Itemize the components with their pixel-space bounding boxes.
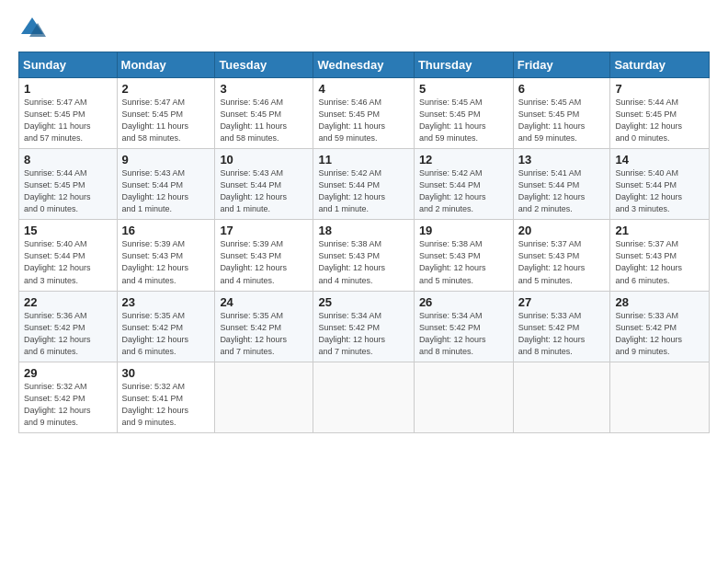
weekday-header-tuesday: Tuesday <box>215 52 313 78</box>
calendar-cell: 24Sunrise: 5:35 AM Sunset: 5:42 PM Dayli… <box>215 291 313 362</box>
day-info: Sunrise: 5:38 AM Sunset: 5:43 PM Dayligh… <box>318 238 408 286</box>
page: SundayMondayTuesdayWednesdayThursdayFrid… <box>0 0 728 563</box>
day-number: 25 <box>318 295 408 309</box>
day-info: Sunrise: 5:35 AM Sunset: 5:42 PM Dayligh… <box>220 310 308 358</box>
weekday-header-saturday: Saturday <box>610 52 710 78</box>
day-number: 30 <box>122 366 210 380</box>
day-number: 6 <box>518 82 606 96</box>
calendar-cell: 16Sunrise: 5:39 AM Sunset: 5:43 PM Dayli… <box>117 220 215 291</box>
day-info: Sunrise: 5:46 AM Sunset: 5:45 PM Dayligh… <box>318 97 408 144</box>
day-number: 11 <box>318 153 408 167</box>
day-info: Sunrise: 5:41 AM Sunset: 5:44 PM Dayligh… <box>518 167 606 215</box>
week-row-5: 29Sunrise: 5:32 AM Sunset: 5:42 PM Dayli… <box>19 362 710 432</box>
calendar-cell: 29Sunrise: 5:32 AM Sunset: 5:42 PM Dayli… <box>19 362 118 432</box>
calendar-cell: 8Sunrise: 5:44 AM Sunset: 5:45 PM Daylig… <box>19 149 118 220</box>
day-number: 14 <box>615 153 704 167</box>
calendar-cell <box>513 362 610 432</box>
day-number: 16 <box>122 224 210 237</box>
day-info: Sunrise: 5:37 AM Sunset: 5:43 PM Dayligh… <box>615 238 704 286</box>
day-number: 5 <box>419 82 508 96</box>
day-info: Sunrise: 5:34 AM Sunset: 5:42 PM Dayligh… <box>318 310 408 358</box>
day-info: Sunrise: 5:47 AM Sunset: 5:45 PM Dayligh… <box>122 97 210 144</box>
day-number: 24 <box>220 295 308 309</box>
day-number: 13 <box>518 153 606 167</box>
day-number: 8 <box>24 153 112 167</box>
weekday-header-sunday: Sunday <box>19 52 118 78</box>
header <box>18 15 710 42</box>
day-info: Sunrise: 5:39 AM Sunset: 5:43 PM Dayligh… <box>122 238 210 286</box>
day-number: 26 <box>419 295 508 309</box>
weekday-header-monday: Monday <box>117 52 215 78</box>
calendar-cell: 7Sunrise: 5:44 AM Sunset: 5:45 PM Daylig… <box>610 78 710 149</box>
day-number: 21 <box>615 224 704 237</box>
calendar-cell: 15Sunrise: 5:40 AM Sunset: 5:44 PM Dayli… <box>19 220 118 291</box>
day-info: Sunrise: 5:47 AM Sunset: 5:45 PM Dayligh… <box>24 97 112 144</box>
weekday-header-row: SundayMondayTuesdayWednesdayThursdayFrid… <box>19 52 710 78</box>
day-number: 18 <box>318 224 408 237</box>
calendar-cell: 13Sunrise: 5:41 AM Sunset: 5:44 PM Dayli… <box>513 149 610 220</box>
day-number: 12 <box>419 153 508 167</box>
calendar-cell: 20Sunrise: 5:37 AM Sunset: 5:43 PM Dayli… <box>513 220 610 291</box>
day-info: Sunrise: 5:34 AM Sunset: 5:42 PM Dayligh… <box>419 310 508 358</box>
week-row-4: 22Sunrise: 5:36 AM Sunset: 5:42 PM Dayli… <box>19 291 710 362</box>
calendar-cell: 25Sunrise: 5:34 AM Sunset: 5:42 PM Dayli… <box>313 291 414 362</box>
day-info: Sunrise: 5:37 AM Sunset: 5:43 PM Dayligh… <box>518 238 606 286</box>
day-info: Sunrise: 5:40 AM Sunset: 5:44 PM Dayligh… <box>24 238 112 286</box>
day-number: 1 <box>24 82 112 96</box>
calendar-cell <box>414 362 513 432</box>
day-number: 4 <box>318 82 408 96</box>
calendar-cell: 12Sunrise: 5:42 AM Sunset: 5:44 PM Dayli… <box>414 149 513 220</box>
day-info: Sunrise: 5:46 AM Sunset: 5:45 PM Dayligh… <box>220 97 308 144</box>
calendar-cell: 28Sunrise: 5:33 AM Sunset: 5:42 PM Dayli… <box>610 291 710 362</box>
logo <box>18 15 51 42</box>
day-number: 10 <box>220 153 308 167</box>
day-info: Sunrise: 5:33 AM Sunset: 5:42 PM Dayligh… <box>615 310 704 358</box>
calendar-cell: 10Sunrise: 5:43 AM Sunset: 5:44 PM Dayli… <box>215 149 313 220</box>
calendar-cell: 18Sunrise: 5:38 AM Sunset: 5:43 PM Dayli… <box>313 220 414 291</box>
day-number: 27 <box>518 295 606 309</box>
calendar-cell: 22Sunrise: 5:36 AM Sunset: 5:42 PM Dayli… <box>19 291 118 362</box>
day-info: Sunrise: 5:44 AM Sunset: 5:45 PM Dayligh… <box>24 167 112 215</box>
calendar-cell <box>610 362 710 432</box>
weekday-header-friday: Friday <box>513 52 610 78</box>
calendar-cell: 1Sunrise: 5:47 AM Sunset: 5:45 PM Daylig… <box>19 78 118 149</box>
calendar-cell: 21Sunrise: 5:37 AM Sunset: 5:43 PM Dayli… <box>610 220 710 291</box>
day-info: Sunrise: 5:45 AM Sunset: 5:45 PM Dayligh… <box>419 97 508 144</box>
calendar-cell: 19Sunrise: 5:38 AM Sunset: 5:43 PM Dayli… <box>414 220 513 291</box>
day-info: Sunrise: 5:39 AM Sunset: 5:43 PM Dayligh… <box>220 238 308 286</box>
calendar-cell: 26Sunrise: 5:34 AM Sunset: 5:42 PM Dayli… <box>414 291 513 362</box>
calendar-cell: 23Sunrise: 5:35 AM Sunset: 5:42 PM Dayli… <box>117 291 215 362</box>
calendar-cell <box>215 362 313 432</box>
day-number: 3 <box>220 82 308 96</box>
day-info: Sunrise: 5:43 AM Sunset: 5:44 PM Dayligh… <box>220 167 308 215</box>
calendar-cell: 3Sunrise: 5:46 AM Sunset: 5:45 PM Daylig… <box>215 78 313 149</box>
week-row-2: 8Sunrise: 5:44 AM Sunset: 5:45 PM Daylig… <box>19 149 710 220</box>
day-info: Sunrise: 5:33 AM Sunset: 5:42 PM Dayligh… <box>518 310 606 358</box>
day-number: 28 <box>615 295 704 309</box>
day-info: Sunrise: 5:32 AM Sunset: 5:42 PM Dayligh… <box>24 381 112 429</box>
day-number: 7 <box>615 82 704 96</box>
calendar-cell: 14Sunrise: 5:40 AM Sunset: 5:44 PM Dayli… <box>610 149 710 220</box>
calendar-cell: 27Sunrise: 5:33 AM Sunset: 5:42 PM Dayli… <box>513 291 610 362</box>
calendar-cell: 11Sunrise: 5:42 AM Sunset: 5:44 PM Dayli… <box>313 149 414 220</box>
weekday-header-thursday: Thursday <box>414 52 513 78</box>
day-info: Sunrise: 5:42 AM Sunset: 5:44 PM Dayligh… <box>419 167 508 215</box>
day-info: Sunrise: 5:43 AM Sunset: 5:44 PM Dayligh… <box>122 167 210 215</box>
calendar-cell: 4Sunrise: 5:46 AM Sunset: 5:45 PM Daylig… <box>313 78 414 149</box>
calendar-cell: 30Sunrise: 5:32 AM Sunset: 5:41 PM Dayli… <box>117 362 215 432</box>
day-info: Sunrise: 5:40 AM Sunset: 5:44 PM Dayligh… <box>615 167 704 215</box>
calendar-cell: 5Sunrise: 5:45 AM Sunset: 5:45 PM Daylig… <box>414 78 513 149</box>
day-info: Sunrise: 5:38 AM Sunset: 5:43 PM Dayligh… <box>419 238 508 286</box>
weekday-header-wednesday: Wednesday <box>313 52 414 78</box>
day-number: 17 <box>220 224 308 237</box>
day-number: 20 <box>518 224 606 237</box>
calendar-cell: 9Sunrise: 5:43 AM Sunset: 5:44 PM Daylig… <box>117 149 215 220</box>
day-info: Sunrise: 5:36 AM Sunset: 5:42 PM Dayligh… <box>24 310 112 358</box>
day-number: 29 <box>24 366 112 380</box>
week-row-1: 1Sunrise: 5:47 AM Sunset: 5:45 PM Daylig… <box>19 78 710 149</box>
day-info: Sunrise: 5:35 AM Sunset: 5:42 PM Dayligh… <box>122 310 210 358</box>
calendar-cell <box>313 362 414 432</box>
week-row-3: 15Sunrise: 5:40 AM Sunset: 5:44 PM Dayli… <box>19 220 710 291</box>
day-info: Sunrise: 5:42 AM Sunset: 5:44 PM Dayligh… <box>318 167 408 215</box>
day-number: 2 <box>122 82 210 96</box>
